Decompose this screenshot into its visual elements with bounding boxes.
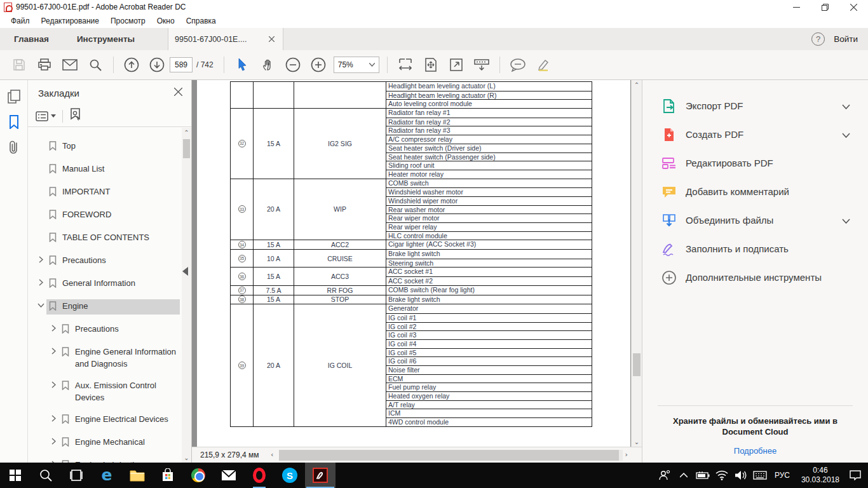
tool-edit-pdf[interactable]: Редактировать PDF <box>642 149 868 177</box>
bookmark-item[interactable]: Aux. Emission Control Devices <box>28 375 182 409</box>
taskbar-search-icon[interactable] <box>31 463 61 488</box>
scrollbar-thumb[interactable] <box>279 450 619 461</box>
mail-icon[interactable] <box>214 463 244 488</box>
vertical-scrollbar[interactable]: ⌃ ⌄ <box>631 80 642 447</box>
chevron-down-icon[interactable] <box>842 129 850 140</box>
bookmark-item[interactable]: Precautions <box>28 318 182 341</box>
bookmark-item[interactable]: Engine Mechanical <box>28 431 182 454</box>
zoom-level-select[interactable]: 75% <box>334 57 379 73</box>
menu-Редактирование[interactable]: Редактирование <box>36 15 105 27</box>
scroll-up-icon[interactable]: ⌃ <box>182 129 191 136</box>
tab-home[interactable]: Главная <box>0 28 63 50</box>
language-indicator[interactable]: РУС <box>770 471 795 480</box>
highlight-icon[interactable] <box>532 54 554 76</box>
people-icon[interactable] <box>657 463 672 488</box>
bookmark-item[interactable]: Top <box>28 135 182 158</box>
comment-icon[interactable] <box>507 54 529 76</box>
sign-in-button[interactable]: Войти <box>834 34 858 44</box>
tool-add-comment[interactable]: Добавить комментарий <box>642 177 868 206</box>
file-explorer-icon[interactable] <box>122 463 153 488</box>
bookmark-item[interactable]: Engine Lubrication <box>28 454 182 463</box>
bookmark-item[interactable]: General Information <box>28 273 182 295</box>
show-hidden-icons-chevron[interactable] <box>676 463 691 488</box>
bookmark-options-icon[interactable] <box>36 111 56 121</box>
menu-Справка[interactable]: Справка <box>180 15 222 27</box>
tab-tools[interactable]: Инструменты <box>63 28 149 50</box>
bookmark-item[interactable]: IMPORTANT <box>28 181 182 204</box>
restore-button[interactable] <box>811 0 839 14</box>
chevron-right-icon[interactable] <box>48 458 59 463</box>
hand-tool-icon[interactable] <box>257 54 278 76</box>
scroll-left-icon[interactable]: ‹ <box>271 451 273 459</box>
bookmark-item[interactable]: Engine General Information and Diagnosis <box>28 341 182 375</box>
attachments-icon[interactable] <box>0 135 28 160</box>
skype-icon[interactable]: S <box>275 463 305 488</box>
touch-keyboard-icon[interactable] <box>752 463 768 488</box>
chevron-right-icon[interactable] <box>48 322 59 334</box>
bookmark-item[interactable]: Manual List <box>28 158 182 181</box>
acrobat-reader-icon[interactable] <box>305 463 336 488</box>
page-number-input[interactable] <box>170 57 193 72</box>
menu-Файл[interactable]: Файл <box>5 15 36 27</box>
menu-Окно[interactable]: Окно <box>151 15 180 27</box>
scrollbar-thumb[interactable] <box>633 353 641 376</box>
clock[interactable]: 0:46 30.03.2018 <box>795 466 846 485</box>
help-icon[interactable]: ? <box>811 32 825 46</box>
zoom-out-icon[interactable] <box>282 54 304 76</box>
save-icon[interactable] <box>8 54 30 76</box>
bookmark-item[interactable]: Engine <box>28 295 182 318</box>
minimize-button[interactable] <box>782 0 811 14</box>
tool-create-pdf[interactable]: Создать PDF <box>642 120 868 149</box>
wifi-icon[interactable] <box>714 463 729 488</box>
chevron-down-icon[interactable] <box>842 215 850 226</box>
previous-page-icon[interactable] <box>121 54 142 76</box>
scroll-down-icon[interactable]: ⌄ <box>632 438 642 445</box>
bookmark-item[interactable]: FOREWORD <box>28 204 182 227</box>
scroll-down-icon[interactable]: ⌄ <box>182 454 191 461</box>
print-icon[interactable] <box>34 54 55 76</box>
edge-icon[interactable]: e <box>92 463 122 488</box>
bookmark-item[interactable]: Engine Electrical Devices <box>28 409 182 431</box>
bookmark-item[interactable]: Precautions <box>28 250 182 273</box>
chrome-icon[interactable] <box>183 463 214 488</box>
horizontal-scrollbar[interactable] <box>279 450 623 461</box>
scrollbar-thumb[interactable] <box>183 139 190 158</box>
select-tool-icon[interactable] <box>231 54 253 76</box>
chevron-right-icon[interactable] <box>48 379 59 391</box>
email-icon[interactable] <box>59 54 81 76</box>
learn-more-link[interactable]: Подробнее <box>734 446 776 456</box>
tool-more-tools[interactable]: Дополнительные инструменты <box>642 263 868 292</box>
tool-fill-sign[interactable]: Заполнить и подписать <box>642 234 868 263</box>
page-thumbnails-icon[interactable] <box>0 84 28 109</box>
bookmark-item[interactable]: TABLE OF CONTENTS <box>28 227 182 250</box>
menu-Просмотр[interactable]: Просмотр <box>105 15 151 27</box>
chevron-down-icon[interactable] <box>842 100 850 112</box>
new-bookmark-icon[interactable] <box>69 108 82 125</box>
fullscreen-icon[interactable] <box>445 54 467 76</box>
search-icon[interactable] <box>85 54 106 76</box>
scrolling-mode-icon[interactable] <box>471 54 492 76</box>
task-view-icon[interactable] <box>61 463 92 488</box>
chevron-right-icon[interactable] <box>36 254 46 266</box>
fit-width-icon[interactable] <box>395 54 416 76</box>
close-button[interactable] <box>839 0 868 14</box>
zoom-in-icon[interactable] <box>308 54 329 76</box>
chevron-right-icon[interactable] <box>48 412 59 424</box>
next-page-icon[interactable] <box>146 54 168 76</box>
volume-icon[interactable] <box>733 463 749 488</box>
action-center-icon[interactable] <box>848 463 863 488</box>
chevron-right-icon[interactable] <box>48 435 59 447</box>
bookmarks-panel-icon[interactable] <box>0 109 28 135</box>
scroll-up-icon[interactable]: ⌃ <box>632 81 642 88</box>
opera-icon[interactable] <box>244 463 275 488</box>
start-button[interactable] <box>0 463 31 488</box>
collapse-panel-arrow[interactable] <box>182 267 188 276</box>
tool-export-pdf[interactable]: Экспорт PDF <box>642 92 868 120</box>
close-panel-icon[interactable] <box>174 87 182 98</box>
chevron-right-icon[interactable] <box>48 345 59 357</box>
chevron-down-icon[interactable] <box>36 299 46 311</box>
battery-icon[interactable] <box>695 463 710 488</box>
microsoft-store-icon[interactable] <box>153 463 183 488</box>
scroll-right-icon[interactable]: › <box>625 451 628 459</box>
fit-page-icon[interactable] <box>420 54 442 76</box>
